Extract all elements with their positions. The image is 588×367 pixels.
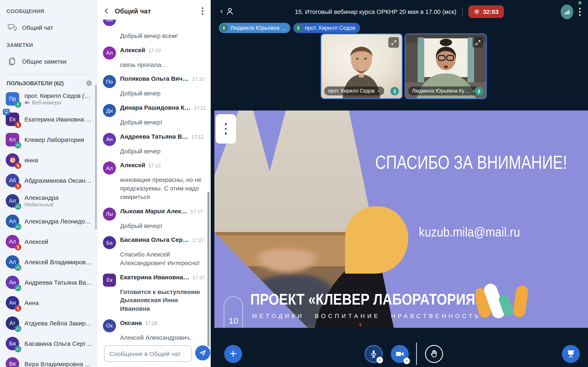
talker-pill-lyudmila[interactable]: Людмила Юрьевна ...: [219, 23, 291, 33]
user-row-inna[interactable]: инна: [6, 150, 94, 170]
avatar: Ал: [6, 194, 19, 207]
chat-message: Ал Алексей17:12 инновации прекрасны, но …: [103, 162, 206, 201]
divider: [462, 7, 462, 16]
expand-icon: [390, 39, 397, 45]
message-author: Андреева Татьяна В…: [120, 133, 188, 140]
webcam-name-dropdown[interactable]: Людмила Юрьевна Ку…: [408, 86, 479, 95]
mic-muted-icon: [15, 121, 21, 128]
users-count: (62): [54, 80, 64, 86]
message-text: Добрый вечер!: [120, 118, 206, 127]
user-name: Алексей Владимирович Елисеев: [25, 258, 94, 265]
user-row-basavina[interactable]: Ба Басавина Ольга Сергеевна: [6, 333, 94, 354]
listen-only-icon: [15, 325, 21, 332]
chat-scrollbar[interactable]: [208, 192, 209, 347]
camera-options-chevron-icon[interactable]: [403, 358, 410, 364]
talker-pill-kirill[interactable]: прот. Кирилл Седов: [293, 23, 360, 33]
user-info: Атдуева Лейла Закировна: [25, 319, 94, 326]
mute-button[interactable]: [365, 345, 383, 363]
user-row-abdrahmanova[interactable]: Аб Абдрахманова Оксана Булатовна: [6, 170, 94, 191]
public-chat-label: Общий чат: [22, 24, 53, 31]
user-row-alexandra-l[interactable]: Ал Александра Леонидовна Мясник…: [6, 211, 94, 231]
record-icon: [474, 8, 480, 15]
chat-message: Лы Лыкова Мария Алек…17:17 Добрый вечер!: [103, 207, 206, 230]
listen-only-icon: [15, 264, 21, 271]
top-bar: 15. Итоговый вебинар курса ОРКНР 20 мая …: [211, 0, 588, 23]
options-kebab-icon[interactable]: [577, 6, 582, 17]
recording-indicator[interactable]: 32:03: [468, 5, 504, 18]
message-text: Добрый вечер: [120, 147, 206, 156]
slide-yellow-shape: [345, 206, 408, 274]
user-row-klever[interactable]: Кл Клевер Лаборатория: [6, 129, 94, 150]
presentation-options-kebab-icon[interactable]: [216, 114, 236, 143]
send-message-button[interactable]: [195, 345, 210, 360]
connection-status-icon[interactable]: [561, 4, 573, 19]
chat-back-icon[interactable]: [103, 7, 111, 15]
user-row-ekaterina[interactable]: Ек Екатерина Ивановна Силинская: [6, 109, 94, 129]
talker-indicators: Людмила Юрьевна ... прот. Кирилл Седов: [219, 23, 360, 33]
webcam-mic-on-icon: [390, 87, 399, 95]
expand-icon: [475, 39, 481, 45]
message-author: Динара Рашидовна К…: [120, 104, 190, 111]
user-name: прот. Кирилл Седов: [25, 92, 81, 99]
user-name: Абдрахманова Оксана Булатовна: [25, 177, 94, 184]
listen-only-icon: [15, 203, 21, 209]
user-row-vera[interactable]: Ве Вера Владимировна Кастаргина: [6, 354, 94, 367]
message-time: 17:27: [192, 237, 204, 243]
message-time: 17:17: [190, 209, 203, 214]
avatar: Ал: [103, 162, 116, 175]
avatar: По: [103, 75, 116, 88]
message-author: Оксана: [120, 319, 142, 326]
webcam-button[interactable]: [391, 345, 409, 363]
webcam-name-dropdown[interactable]: прот. Кирилл Седов: [324, 86, 384, 95]
hand-icon: [430, 350, 439, 359]
avatar-initials: Ал: [9, 218, 16, 224]
user-info: инна: [25, 156, 38, 163]
user-row-kirill[interactable]: Пр прот. Кирилл Седов (Вы) Веб-камера: [6, 89, 94, 109]
chat-message: Ба Басавина Ольга Сер…17:27 Спасибо Алек…: [103, 236, 206, 267]
message-text: Добрый вечер!: [120, 222, 206, 230]
chat-message: Ан Добрый вечер всем!: [103, 20, 206, 40]
user-row-atdueva[interactable]: Ат Атдуева Лейла Закировна: [6, 313, 94, 333]
webcam-user-name: прот. Кирилл Седов: [328, 88, 375, 94]
mic-options-chevron-icon[interactable]: [376, 357, 383, 363]
manage-users-gear-icon[interactable]: [85, 80, 93, 87]
sidebar-item-shared-notes[interactable]: Общие заметки: [6, 52, 94, 70]
user-list-scrollbar[interactable]: [95, 85, 97, 230]
fullscreen-button[interactable]: [388, 37, 399, 48]
mic-on-icon: [220, 24, 228, 32]
user-info: Клевер Лаборатория: [25, 136, 84, 143]
slide-page-arch: 10: [224, 296, 243, 328]
chat-message: По Полякова Ольга Вяч…17:10 Добрый вечер: [103, 75, 206, 98]
raise-hand-button[interactable]: [425, 345, 443, 363]
avatar-initials: Пр: [9, 96, 16, 102]
chat-message-input[interactable]: [104, 345, 191, 362]
user-row-anna[interactable]: Ан Анна: [6, 292, 94, 313]
user-row-andreeva[interactable]: Ан Андреева Татьяна Васильевна: [6, 272, 94, 292]
webcam-user-name: Людмила Юрьевна Ку…: [412, 88, 470, 94]
listen-only-icon: [15, 223, 21, 230]
avatar: Ба: [6, 337, 19, 350]
fullscreen-button[interactable]: [472, 37, 483, 48]
restore-presentation-button[interactable]: [562, 345, 580, 363]
chat-options-kebab-icon[interactable]: [200, 6, 205, 16]
actions-plus-button[interactable]: +: [224, 345, 242, 363]
sidebar-item-public-chat[interactable]: Общий чат: [6, 18, 94, 36]
user-name: Андреева Татьяна Васильевна: [25, 279, 94, 286]
user-info: Александра Мобильный: [25, 194, 59, 207]
user-row-alexey[interactable]: Ал Алексей: [6, 231, 94, 252]
chat-message-list: Ан Добрый вечер всем! Ал Алексей17:10 св…: [103, 20, 206, 343]
avatar: Аб: [6, 174, 19, 187]
user-name: Вера Владимировна Кастаргина: [25, 360, 94, 367]
users-header: ПОЛЬЗОВАТЕЛИ (62): [7, 80, 93, 87]
action-bar-divider: [416, 342, 417, 365]
user-row-eliseev[interactable]: Ал Алексей Владимирович Елисеев: [6, 252, 94, 272]
avatar-initials: Аб: [9, 177, 16, 183]
user-name: Екатерина Ивановна Силинская: [25, 116, 94, 123]
user-info: Александра Леонидовна Мясник…: [25, 217, 94, 225]
user-you-suffix: (Вы): [82, 92, 94, 99]
avatar-initials: Ан: [9, 300, 16, 306]
user-info: Андреева Татьяна Васильевна: [25, 279, 94, 286]
user-row-alexandra[interactable]: Ал Александра Мобильный: [6, 191, 94, 211]
camera-icon: [395, 350, 404, 359]
message-text: Добрый вечер: [120, 90, 206, 98]
